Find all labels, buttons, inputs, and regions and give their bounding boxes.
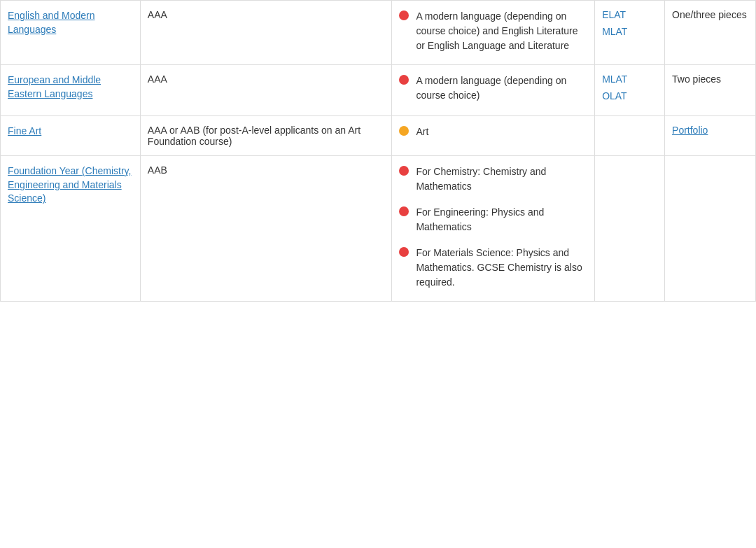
subject-row: For Engineering: Physics and Mathematics <box>399 205 587 234</box>
course-name-cell: English and Modern Languages <box>1 1 141 65</box>
portfolio-link[interactable]: Portfolio <box>672 125 708 136</box>
subjects-cell: Art <box>392 116 595 156</box>
grades-cell: AAA <box>140 1 392 65</box>
written-work-text: Two pieces <box>672 73 721 85</box>
written-work-text: One/three pieces <box>672 9 747 20</box>
required-dot-orange <box>399 126 409 136</box>
subject-block: A modern language (depending on course c… <box>399 9 587 53</box>
subjects-cell: A modern language (depending on course c… <box>392 1 595 65</box>
tests-cell: MLATOLAT <box>595 65 665 116</box>
course-name-cell: Fine Art <box>1 116 141 156</box>
tests-cell <box>595 156 665 302</box>
test-link[interactable]: OLAT <box>602 90 657 101</box>
subject-row: Art <box>399 125 587 139</box>
subject-text: A modern language (depending on course c… <box>416 73 587 103</box>
written-work-cell: One/three pieces <box>665 1 756 65</box>
required-dot-red <box>399 247 409 257</box>
required-dot-red <box>399 75 409 85</box>
subject-row: For Chemistry: Chemistry and Mathematics <box>399 164 587 194</box>
table-row: Foundation Year (Chemistry, Engineering … <box>1 156 756 302</box>
course-name-link[interactable]: European and Middle Eastern Languages <box>8 74 101 99</box>
courses-table: English and Modern LanguagesAAAA modern … <box>0 0 756 302</box>
required-dot-red <box>399 206 409 216</box>
test-link[interactable]: MLAT <box>602 73 657 85</box>
subject-text: A modern language (depending on course c… <box>416 9 587 53</box>
grades-cell: AAA or AAB (for post-A-level applicants … <box>140 116 392 156</box>
course-name-link[interactable]: Foundation Year (Chemistry, Engineering … <box>8 165 131 204</box>
written-work-cell <box>665 156 756 302</box>
table-row: English and Modern LanguagesAAAA modern … <box>1 1 756 65</box>
test-link[interactable]: ELAT <box>602 9 657 20</box>
test-link[interactable]: MLAT <box>602 26 657 37</box>
subject-block: For Engineering: Physics and Mathematics <box>399 205 587 234</box>
subject-row: A modern language (depending on course c… <box>399 9 587 53</box>
course-name-link[interactable]: Fine Art <box>8 125 41 136</box>
tests-cell: ELATMLAT <box>595 1 665 65</box>
subject-text: For Materials Science: Physics and Mathe… <box>416 246 587 290</box>
course-name-cell: European and Middle Eastern Languages <box>1 65 141 116</box>
written-work-cell: Portfolio <box>665 116 756 156</box>
subject-row: A modern language (depending on course c… <box>399 73 587 103</box>
tests-cell <box>595 116 665 156</box>
subject-block: A modern language (depending on course c… <box>399 73 587 103</box>
required-dot-red <box>399 166 409 176</box>
subject-block: For Chemistry: Chemistry and Mathematics <box>399 164 587 194</box>
subject-row: For Materials Science: Physics and Mathe… <box>399 246 587 290</box>
written-work-cell: Two pieces <box>665 65 756 116</box>
subject-block: For Materials Science: Physics and Mathe… <box>399 246 587 290</box>
required-dot-red <box>399 10 409 20</box>
table-row: European and Middle Eastern LanguagesAAA… <box>1 65 756 116</box>
subject-block: Art <box>399 125 587 139</box>
table-row: Fine ArtAAA or AAB (for post-A-level app… <box>1 116 756 156</box>
grades-cell: AAB <box>140 156 392 302</box>
subject-text: For Chemistry: Chemistry and Mathematics <box>416 164 587 194</box>
course-name-cell: Foundation Year (Chemistry, Engineering … <box>1 156 141 302</box>
subjects-cell: For Chemistry: Chemistry and Mathematics… <box>392 156 595 302</box>
subject-text: For Engineering: Physics and Mathematics <box>416 205 587 234</box>
subjects-cell: A modern language (depending on course c… <box>392 65 595 116</box>
grades-cell: AAA <box>140 65 392 116</box>
subject-text: Art <box>416 125 428 139</box>
course-name-link[interactable]: English and Modern Languages <box>8 10 95 35</box>
